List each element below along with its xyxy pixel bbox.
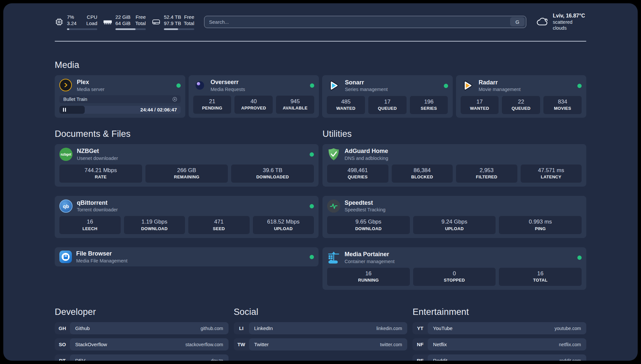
stat-label: LATENCY [522,174,581,180]
nzbget-icon: nzbget [59,148,73,161]
bookmark-linkedin[interactable]: LI LinkedInlinkedin.com [234,322,408,334]
header: 7%3.24 CPULoad [55,12,586,32]
playback-time: 24:44 / 02:06:47 [140,106,177,114]
portainer-card[interactable]: Media Portainer Container management 16R… [322,247,586,290]
stat-tile: 16RUNNING [327,268,410,286]
app-title: Plex [77,79,172,86]
stat-label: STOPPED [414,278,495,283]
stat-tile: 21PENDING [193,96,231,114]
bookmark-name: Github [75,325,90,331]
disk-monitor: 52.4 TB97.9 TB FreeTotal [152,14,194,30]
now-playing-bar: Bullet Train [59,95,181,103]
radarr-card[interactable]: Radarr Movie management 17WANTED 22QUEUE… [456,75,587,118]
stat-value: 0 [414,270,495,277]
stat-label: DOWNLOAD [328,226,409,232]
adguard-card[interactable]: AdGuard Home DNS and adblocking 498,461Q… [322,144,586,187]
stat-tile: 834MOVIES [543,96,582,114]
stat-value: 47.571 ms [522,167,581,174]
bookmark-abbr: SO [55,342,70,347]
app-title: Radarr [479,79,573,86]
stat-value: 17 [370,98,405,106]
stat-value: 945 [277,98,313,105]
stat-label: UPLOAD [414,226,495,232]
plex-card[interactable]: Plex Media server Bullet Train [55,75,185,118]
stat-tile: 1.19 GbpsDOWNLOAD [124,216,185,234]
stat-label: SERIES [411,106,447,111]
dashboard-page: 7%3.24 CPULoad [3,3,638,361]
stat-label: RATE [61,174,141,180]
filebrowser-card[interactable]: File Browser Media File Management [55,247,319,266]
bookmark-reddit[interactable]: RE Redditreddit.com [412,354,586,361]
stat-label: LEECH [61,226,119,232]
bookmark-netflix[interactable]: NF Netflixnetflix.com [412,338,586,350]
weather-location-temp: Lviv, 16.87°C [553,13,586,19]
bookmark-youtube[interactable]: YT YouTubeyoutube.com [412,322,586,334]
stat-value: 16 [61,218,119,226]
stat-tile: 0.993 msPING [499,216,582,234]
bookmark-github[interactable]: GH Githubgithub.com [55,322,229,334]
cpu-progressbar [67,28,97,30]
stat-tile: 9.65 GbpsDOWNLOAD [327,216,410,234]
bookmark-name: Netflix [433,342,447,347]
search-bar[interactable]: G [204,16,526,28]
stat-tile: 17QUEUED [368,96,407,114]
stat-label: QUERIES [328,174,387,180]
playback-progressbar: 24:44 / 02:06:47 [59,106,181,114]
bookmark-name: StackOverflow [75,342,107,347]
status-dot [444,84,448,88]
status-dot [577,256,582,260]
bookmark-name: YouTube [433,325,452,331]
bookmark-twitter[interactable]: TW Twittertwitter.com [234,338,408,350]
stat-value: 485 [328,98,364,106]
stat-value: 471 [190,218,248,226]
bookmark-abbr: RE [412,358,428,361]
section-title-documents: Documents & Files [55,129,319,139]
stat-value: 196 [411,98,447,106]
search-input[interactable] [204,16,510,28]
stat-tile: 86,384BLOCKED [392,165,453,183]
ram-icon [103,17,112,26]
cpu-values: 7%3.24 [67,14,76,27]
app-subtitle: Speedtest Tracking [345,207,582,213]
stat-value: 22 [503,98,539,106]
bookmark-url: stackoverflow.com [185,342,223,347]
status-dot [310,152,314,157]
weather-widget: Lviv, 16.87°C scattered clouds [536,13,586,31]
overseerr-card[interactable]: Overseerr Media Requests 21PENDING 40APP… [189,75,319,118]
overseerr-icon [193,79,206,92]
disk-labels: FreeTotal [184,14,194,27]
header-divider [55,41,586,42]
bookmark-dev[interactable]: DT DEVdev.to [55,354,229,361]
stat-label: DOWNLOAD [125,226,184,232]
bookmark-name: LinkedIn [254,325,273,331]
bookmark-stackoverflow[interactable]: SO StackOverflowstackoverflow.com [55,338,229,350]
nzbget-card[interactable]: nzbget NZBGet Usenet downloader 744.21 M… [55,144,319,187]
stat-value: 40 [236,98,271,105]
stat-tile: 16TOTAL [499,268,582,286]
app-subtitle: Usenet downloader [77,155,305,161]
stat-tile: 9.24 GbpsUPLOAD [413,216,496,234]
stat-tile: 39.6 TBDOWNLOADED [231,165,314,183]
app-title: AdGuard Home [345,148,582,155]
qbittorrent-card[interactable]: qb qBittorrent Torrent downloader 16LEEC… [55,196,319,238]
disc-icon [172,96,178,102]
speedtest-card[interactable]: Speedtest Speedtest Tracking 9.65 GbpsDO… [322,196,586,238]
stat-value: 618.52 Mbps [254,218,313,226]
bookmark-abbr: YT [412,325,428,331]
stat-tile: 196SERIES [410,96,448,114]
bookmark-url: twitter.com [380,342,402,347]
pause-button[interactable] [63,108,66,112]
stat-label: WANTED [328,106,364,111]
stat-tile: 618.52 MbpsUPLOAD [253,216,314,234]
status-dot [310,83,314,88]
cloud-icon [536,17,549,27]
stat-tile: 47.571 msLATENCY [521,165,582,183]
bookmark-url: github.com [200,326,223,331]
bookmark-url: reddit.com [560,358,581,361]
stat-value: 0.993 ms [500,218,580,226]
stat-value: 498,461 [328,167,387,174]
sonarr-card[interactable]: Sonarr Series management 485WANTED 17QUE… [322,75,453,118]
stat-tile: 498,461QUERIES [327,165,388,183]
app-title: Speedtest [345,199,582,207]
search-engine-button[interactable]: G [510,17,525,26]
